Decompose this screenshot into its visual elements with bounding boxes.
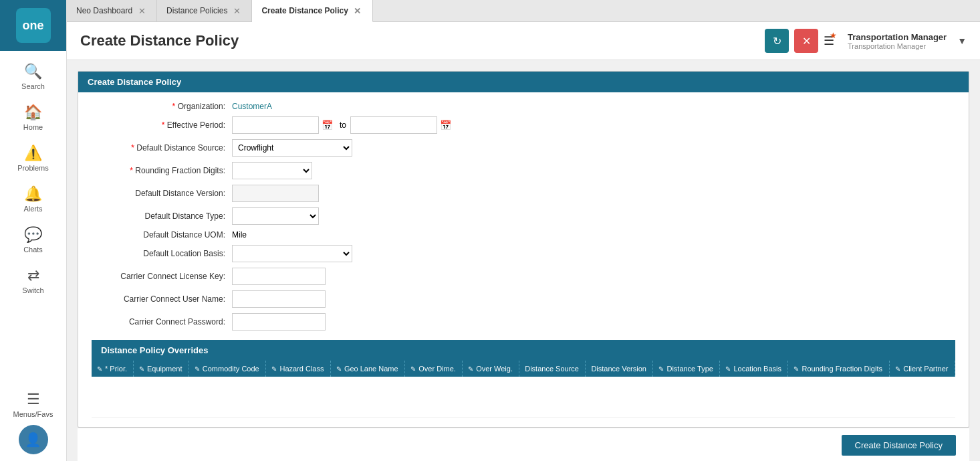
- effective-period-row: * Effective Period: 📅 to 📅: [92, 116, 955, 134]
- col-label-equipment: Equipment: [147, 365, 182, 373]
- tab-label: Neo Dashboard: [76, 6, 132, 15]
- carrier-connect-password-input[interactable]: [232, 313, 326, 331]
- edit-icon-location-basis[interactable]: ✎: [725, 365, 731, 373]
- col-label-distance-source: Distance Source: [525, 365, 579, 373]
- form-section-title: Create Distance Policy: [78, 72, 969, 92]
- sidebar-item-problems[interactable]: ⚠️ Problems: [0, 138, 66, 179]
- rounding-fraction-digits-row: * Rounding Fraction Digits:: [92, 162, 955, 179]
- carrier-connect-license-key-label: Carrier Connect License Key:: [92, 272, 232, 281]
- logo-box: one: [16, 8, 51, 43]
- col-label-rounding-fraction-digits: Rounding Fraction Digits: [802, 365, 882, 373]
- carrier-connect-license-key-input[interactable]: [232, 268, 326, 285]
- carrier-connect-license-key-row: Carrier Connect License Key:: [92, 268, 955, 285]
- overrides-col-over-dime: ✎Over Dime.: [405, 361, 463, 377]
- user-role: Transportation Manager: [848, 42, 947, 50]
- carrier-connect-user-name-row: Carrier Connect User Name:: [92, 290, 955, 308]
- content-area: Create Distance Policy * Organization: C…: [67, 60, 980, 461]
- tab-label: Create Distance Policy: [261, 6, 348, 15]
- overrides-col-over-weig: ✎Over Weig.: [463, 361, 519, 377]
- star-icon: ★: [830, 31, 837, 40]
- logo-text: one: [22, 19, 43, 33]
- effective-period-end[interactable]: [350, 116, 437, 134]
- effective-period-to: to: [340, 120, 346, 130]
- edit-icon-rounding-fraction-digits[interactable]: ✎: [793, 365, 799, 373]
- overrides-col-distance-type: ✎Distance Type: [653, 361, 720, 377]
- sidebar-item-label: Search: [21, 82, 45, 90]
- calendar-start-icon[interactable]: 📅: [322, 120, 333, 130]
- carrier-connect-user-name-input[interactable]: [232, 290, 326, 308]
- tab-close-create-distance-policy[interactable]: ✕: [352, 5, 363, 16]
- user-name: Transportation Manager: [848, 32, 947, 42]
- switch-icon: ⇄: [27, 267, 39, 284]
- overrides-col-rounding-fraction-digits: ✎Rounding Fraction Digits: [788, 361, 890, 377]
- tab-create-distance-policy[interactable]: Create Distance Policy ✕: [252, 0, 372, 22]
- default-distance-type-label: Default Distance Type:: [92, 211, 232, 221]
- close-button[interactable]: ✕: [794, 29, 818, 53]
- calendar-end-icon[interactable]: 📅: [440, 120, 451, 130]
- edit-icon-hazard-class[interactable]: ✎: [271, 365, 277, 373]
- sidebar-item-home[interactable]: 🏠 Home: [0, 97, 66, 138]
- overrides-section: Distance Policy Overrides ✎* Prior.✎Equi…: [92, 340, 955, 418]
- sidebar-item-label: Switch: [22, 286, 43, 294]
- col-label-geo-lane-name: Geo Lane Name: [344, 365, 398, 373]
- edit-icon-over-weig[interactable]: ✎: [468, 365, 473, 373]
- default-location-basis-row: Default Location Basis:: [92, 245, 955, 262]
- overrides-section-title: Distance Policy Overrides: [92, 340, 955, 361]
- edit-icon-client-partner[interactable]: ✎: [895, 365, 900, 373]
- overrides-col-distance-version: Distance Version: [586, 361, 653, 377]
- col-label-location-basis: Location Basis: [733, 365, 781, 373]
- default-distance-source-row: * Default Distance Source: Crowflight: [92, 139, 955, 157]
- default-distance-type-select[interactable]: [232, 207, 319, 225]
- default-location-basis-select[interactable]: [232, 245, 352, 262]
- sidebar-item-label: Chats: [23, 246, 43, 254]
- default-distance-uom-label: Default Distance UOM:: [92, 230, 232, 240]
- overrides-col-distance-source: Distance Source: [519, 361, 586, 377]
- edit-icon-commodity-code[interactable]: ✎: [195, 365, 200, 373]
- page-title: Create Distance Policy: [80, 32, 765, 50]
- tab-distance-policies[interactable]: Distance Policies ✕: [157, 0, 252, 21]
- avatar[interactable]: 👤: [19, 425, 48, 454]
- carrier-connect-password-label: Carrier Connect Password:: [92, 317, 232, 327]
- tab-close-distance-policies[interactable]: ✕: [231, 5, 242, 16]
- col-label-over-dime: Over Dime.: [418, 365, 456, 373]
- sidebar-item-label: Alerts: [23, 205, 42, 213]
- default-distance-uom-value: Mile: [232, 230, 247, 240]
- sidebar-item-menus[interactable]: ☰ Menus/Favs: [0, 384, 66, 425]
- sidebar-item-search[interactable]: 🔍 Search: [0, 56, 66, 97]
- col-label-distance-type: Distance Type: [666, 365, 713, 373]
- default-distance-source-select[interactable]: Crowflight: [232, 139, 352, 157]
- edit-icon-geo-lane-name[interactable]: ✎: [336, 365, 342, 373]
- user-dropdown-arrow[interactable]: ▼: [957, 35, 967, 46]
- tab-label: Distance Policies: [166, 6, 227, 15]
- menu-button[interactable]: ☰ ★: [824, 33, 834, 48]
- menus-icon: ☰: [27, 391, 40, 408]
- page-header: Create Distance Policy ↻ ✕ ☰ ★ Transport…: [67, 22, 980, 60]
- default-distance-type-row: Default Distance Type:: [92, 207, 955, 225]
- edit-icon-priority[interactable]: ✎: [97, 365, 102, 373]
- refresh-button[interactable]: ↻: [765, 29, 789, 53]
- edit-icon-over-dime[interactable]: ✎: [410, 365, 416, 373]
- rounding-fraction-digits-select[interactable]: [232, 162, 312, 179]
- default-distance-version-input[interactable]: [232, 185, 319, 202]
- effective-period-start[interactable]: [232, 116, 319, 134]
- tab-close-neo-dashboard[interactable]: ✕: [136, 5, 147, 16]
- edit-icon-equipment[interactable]: ✎: [139, 365, 144, 373]
- create-distance-policy-button[interactable]: Create Distance Policy: [842, 435, 957, 456]
- col-label-hazard-class: Hazard Class: [279, 365, 324, 373]
- sidebar-item-chats[interactable]: 💬 Chats: [0, 219, 66, 260]
- avatar-icon: 👤: [25, 432, 41, 448]
- effective-period-label: * Effective Period:: [92, 120, 232, 130]
- carrier-connect-password-row: Carrier Connect Password:: [92, 313, 955, 331]
- sidebar-item-switch[interactable]: ⇄ Switch: [0, 260, 66, 301]
- overrides-table: ✎* Prior.✎Equipment✎Commodity Code✎Hazar…: [92, 361, 955, 418]
- sidebar: one 🔍 Search 🏠 Home ⚠️ Problems 🔔 Alerts…: [0, 0, 67, 461]
- organization-value: CustomerA: [232, 102, 272, 111]
- edit-icon-distance-type[interactable]: ✎: [658, 365, 664, 373]
- default-distance-source-label: * Default Distance Source:: [92, 143, 232, 153]
- sidebar-item-alerts[interactable]: 🔔 Alerts: [0, 179, 66, 219]
- tab-neo-dashboard[interactable]: Neo Dashboard ✕: [67, 0, 157, 21]
- sidebar-bottom: ☰ Menus/Favs 👤: [0, 384, 66, 461]
- form-body: * Organization: CustomerA * Effective Pe…: [78, 92, 969, 427]
- header-actions: ↻ ✕ ☰ ★ Transportation Manager Transport…: [765, 29, 967, 53]
- overrides-header-row: ✎* Prior.✎Equipment✎Commodity Code✎Hazar…: [92, 361, 955, 377]
